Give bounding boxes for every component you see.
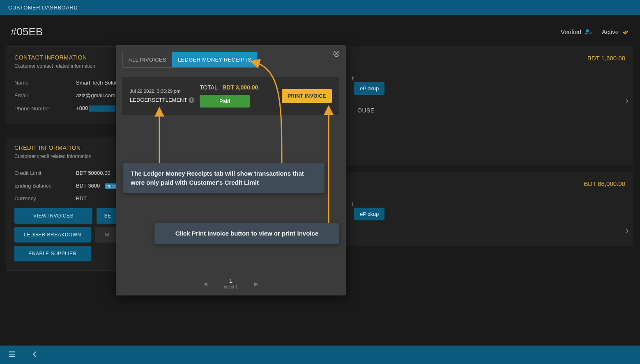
enable-supplier-button[interactable]: ENABLE SUPPLIER [14, 246, 91, 261]
chevron-right-icon[interactable]: › [626, 225, 628, 236]
chevron-right-icon[interactable]: › [626, 96, 628, 106]
receipt-type: LEDGERSETTLEMENT i [130, 97, 196, 103]
page-next-icon[interactable]: ▶ [254, 281, 258, 287]
name-label: Name [14, 80, 76, 86]
user-check-icon [585, 28, 592, 36]
status-group: Verified Active [561, 28, 629, 36]
page-number: 1 [224, 277, 237, 284]
order-amount: BDT 86,000.00 [584, 180, 625, 187]
tab-all-invoices[interactable]: ALL INVOICES [123, 52, 172, 67]
menu-icon[interactable] [7, 350, 16, 360]
verified-status: Verified [561, 28, 592, 36]
customer-header: #05EB Verified Active [7, 15, 633, 46]
double-check-icon [622, 28, 629, 36]
credit-limit-label: Credit Limit [14, 170, 76, 176]
receipt-total: TOTAL BDT 3,000.00 [200, 84, 278, 91]
tab-ledger-receipts[interactable]: LEDGER MONEY RECEIPTS [172, 52, 257, 67]
page-prev-icon[interactable]: ◀ [203, 281, 207, 287]
currency-label: Currency [14, 195, 76, 201]
pickup-pill: ePickup [354, 208, 384, 220]
order-amount: BDT 1,600.00 [587, 55, 625, 62]
customer-id: #05EB [11, 25, 43, 38]
pickup-pill: ePickup [354, 82, 384, 95]
ledger-breakdown-button[interactable]: LEDGER BREAKDOWN [14, 227, 91, 243]
phone-value: +880 [76, 105, 115, 112]
email-value: aziz@gmail.com [76, 92, 115, 98]
import-button[interactable]: IM [95, 227, 118, 243]
settle-button[interactable]: SE [97, 208, 119, 224]
receipt-date: Jul 22 2022, 3:35:29 pm [130, 89, 196, 94]
active-status: Active [602, 28, 629, 36]
phone-label: Phone Number [14, 105, 76, 112]
close-icon[interactable] [333, 50, 340, 57]
bottom-bar [0, 346, 640, 364]
modal-pager: ◀ 1 out of 1 ▶ [116, 277, 346, 290]
currency-value: BDT [76, 195, 87, 201]
phone-redacted [89, 105, 115, 112]
top-bar: CUSTOMER DASHBOARD [0, 0, 640, 15]
info-icon[interactable]: i [189, 97, 194, 103]
warehouse-label: OUSE [357, 107, 625, 114]
view-invoices-button[interactable]: VIEW INVOICES [14, 208, 92, 224]
modal-tabs: ALL INVOICES LEDGER MONEY RECEIPTS [122, 52, 258, 68]
page-outof: out of 1 [224, 285, 237, 289]
back-icon[interactable] [30, 350, 39, 360]
annotation-callout: Click Print Invoice button to view or pr… [154, 223, 339, 244]
annotation-callout: The Ledger Money Receipts tab will show … [123, 163, 325, 193]
paid-badge: Paid [200, 95, 250, 108]
ending-balance-label: Ending Balance [14, 183, 76, 189]
email-label: Email [14, 92, 76, 98]
page-title: CUSTOMER DASHBOARD [8, 5, 78, 11]
print-invoice-button[interactable]: PRINT INVOICE [282, 89, 332, 103]
receipt-row: Jul 22 2022, 3:35:29 pm LEDGERSETTLEMENT… [122, 77, 339, 115]
credit-limit-value: BDT 50000.00 [76, 170, 111, 176]
